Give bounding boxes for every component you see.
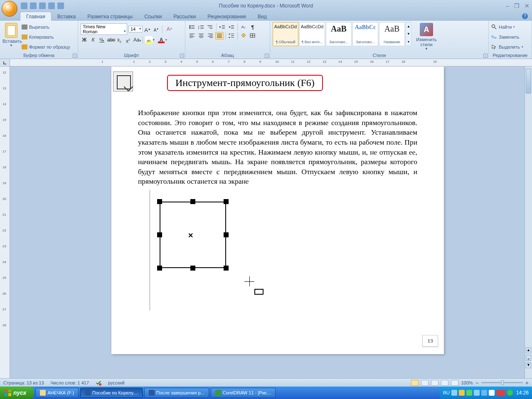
task-corel[interactable]: CorelDRAW 11 - [Рис...	[211, 388, 276, 398]
status-lang[interactable]: русский	[108, 380, 124, 385]
tray-icon[interactable]	[496, 390, 505, 396]
tray-clock[interactable]: 14:26	[516, 390, 529, 396]
find-button[interactable]: Найти▾	[491, 24, 529, 30]
clear-format-button[interactable]: Aa	[165, 25, 172, 33]
styles-dialog-launcher[interactable]: ↘	[483, 54, 488, 58]
superscript-button[interactable]: x2	[124, 36, 132, 44]
tray-icon[interactable]	[451, 390, 457, 396]
prev-page-button[interactable]: ▲	[526, 347, 531, 353]
close-button[interactable]: ✕	[525, 2, 530, 9]
numbering-button[interactable]: 123	[197, 23, 205, 31]
tray-icon[interactable]	[507, 390, 513, 396]
vertical-scrollbar[interactable]: ▲ ◦ ▼	[525, 66, 532, 378]
help-icon[interactable]: ?	[522, 13, 528, 19]
select-button[interactable]: Выделить▾	[491, 44, 529, 50]
status-words[interactable]: Число слов: 1 417	[51, 380, 89, 385]
restore-button[interactable]: ❐	[514, 2, 520, 9]
strike-button[interactable]: abc	[107, 36, 114, 44]
zoom-out-button[interactable]: −	[475, 379, 479, 386]
view-outline-button[interactable]	[441, 380, 448, 386]
font-size-combo[interactable]: 14	[128, 26, 143, 32]
style-nospacing[interactable]: AaBbCcDd¶ Без инте...	[299, 22, 325, 46]
borders-button[interactable]	[249, 32, 257, 39]
view-printlayout-button[interactable]	[411, 380, 419, 386]
style-title[interactable]: AaBНазвание	[379, 22, 405, 46]
underline-button[interactable]: Ч▾	[98, 36, 106, 44]
cut-button[interactable]: Вырезать	[22, 25, 70, 30]
next-page-button[interactable]: ▼	[526, 362, 531, 368]
tab-home[interactable]: Главная	[20, 12, 52, 21]
scroll-thumb[interactable]	[526, 69, 531, 94]
tray-lang[interactable]: RU	[443, 390, 450, 395]
view-draft-button[interactable]	[451, 380, 458, 386]
quickprint-icon[interactable]	[48, 2, 55, 9]
decrease-indent-button[interactable]	[218, 23, 227, 31]
align-right-button[interactable]	[206, 32, 214, 39]
task-word[interactable]: Пособие по Корелу....	[80, 388, 143, 398]
browse-object-button[interactable]: ◦	[526, 355, 531, 361]
bullets-button[interactable]	[188, 23, 196, 31]
paste-button[interactable]: Вставить ▼	[2, 22, 20, 52]
task-word2[interactable]: После завершения р...	[144, 388, 209, 398]
undo-icon[interactable]	[30, 2, 37, 9]
save-icon[interactable]	[21, 2, 27, 9]
copy-button[interactable]: Копировать	[22, 34, 70, 39]
grow-font-button[interactable]: A▲	[144, 25, 151, 33]
document-canvas[interactable]: Инструмент-прямоугольник (F6) Изображени…	[10, 66, 532, 378]
font-name-combo[interactable]: Times New Roman	[81, 23, 127, 35]
paragraph-dialog-launcher[interactable]: ↘	[265, 54, 269, 58]
minimize-button[interactable]: –	[506, 2, 509, 9]
clipboard-dialog-launcher[interactable]: ↘	[73, 54, 77, 58]
tab-mailings[interactable]: Рассылки	[167, 12, 202, 21]
font-dialog-launcher[interactable]: ↘	[180, 54, 184, 58]
align-left-button[interactable]	[188, 32, 196, 39]
tray-icon[interactable]	[474, 390, 480, 396]
style-heading2[interactable]: AaBbCcЗаголово...	[352, 22, 378, 46]
replace-button[interactable]: abЗаменить	[491, 34, 529, 40]
tab-pagelayout[interactable]: Разметка страницы	[81, 12, 138, 21]
zoom-in-button[interactable]: +	[525, 379, 529, 386]
style-heading1[interactable]: AaBЗаголово...	[326, 22, 352, 46]
line-spacing-button[interactable]	[227, 32, 236, 39]
subscript-button[interactable]: x2	[116, 36, 123, 44]
office-button[interactable]	[2, 1, 17, 17]
highlight-button[interactable]: ab▾	[145, 36, 153, 44]
format-painter-button[interactable]: Формат по образцу	[22, 44, 70, 49]
redo-icon[interactable]	[39, 2, 46, 9]
view-fullscreen-button[interactable]	[421, 380, 429, 386]
status-proof[interactable]	[96, 380, 101, 386]
zoom-slider[interactable]	[481, 382, 523, 383]
preview-icon[interactable]	[57, 2, 64, 9]
tab-references[interactable]: Ссылки	[138, 12, 167, 21]
sort-button[interactable]: А↓	[239, 23, 248, 31]
tray-icon[interactable]	[466, 390, 472, 396]
view-weblayout-button[interactable]	[431, 380, 438, 386]
tab-insert[interactable]: Вставка	[52, 12, 82, 21]
horizontal-ruler[interactable]: 112345678910111213141516171819	[0, 59, 532, 66]
start-button[interactable]: пуск	[0, 387, 34, 399]
task-explorer[interactable]: АНЕЧКА (F:)	[35, 388, 79, 398]
italic-button[interactable]: К	[89, 36, 97, 44]
style-normal[interactable]: AaBbCcDd¶ Обычный	[273, 22, 298, 46]
bold-button[interactable]: Ж	[81, 36, 88, 44]
increase-indent-button[interactable]	[227, 23, 236, 31]
tray-icon[interactable]	[489, 390, 495, 396]
font-color-button[interactable]: A▾	[158, 36, 165, 44]
shading-button[interactable]	[239, 32, 248, 39]
change-styles-button[interactable]: Изменить стили▼	[415, 22, 438, 52]
styles-scroll[interactable]: ▲▼▾	[406, 22, 411, 46]
tab-selector[interactable]	[0, 59, 10, 66]
status-page[interactable]: Страница: 13 из 13	[3, 380, 44, 385]
tray-icon[interactable]	[459, 390, 465, 396]
change-case-button[interactable]: Aa▾	[133, 36, 140, 44]
align-justify-button[interactable]	[215, 32, 224, 39]
zoom-level[interactable]: 100%	[461, 380, 473, 385]
vertical-ruler[interactable]: 1213141516171819202122232425262728	[0, 66, 10, 378]
align-center-button[interactable]	[197, 32, 205, 39]
tray-icon[interactable]	[481, 390, 487, 396]
show-marks-button[interactable]: ¶	[249, 23, 257, 31]
tab-view[interactable]: Вид	[252, 12, 273, 21]
tab-review[interactable]: Рецензирование	[202, 12, 252, 21]
shrink-font-button[interactable]: A▼	[153, 25, 160, 33]
multilevel-button[interactable]	[206, 23, 214, 31]
